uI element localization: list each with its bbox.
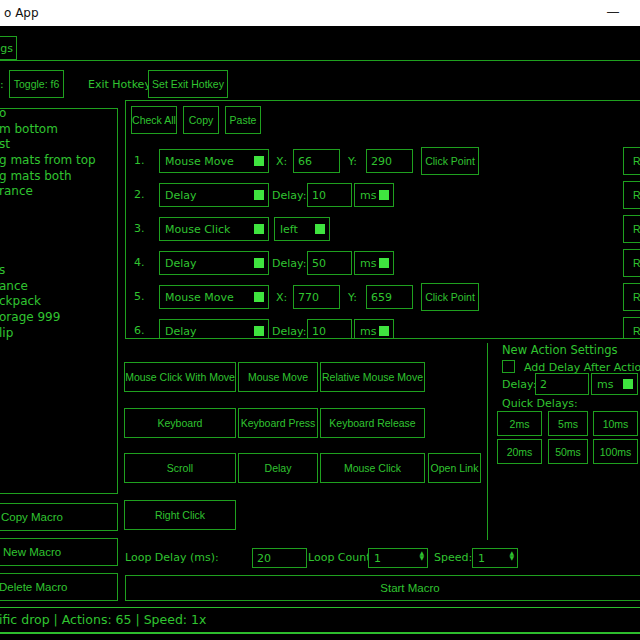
unit-dropdown[interactable]: ms (354, 251, 394, 275)
unit-dropdown[interactable]: ms (354, 319, 394, 339)
action-type-value: Mouse Click (165, 223, 230, 236)
macro-list-item[interactable]: g mats both (0, 169, 117, 185)
toggle-hotkey-button[interactable]: Toggle: f6 (9, 70, 64, 98)
toggle-hotkey-label: : (0, 78, 4, 91)
spin-down-icon[interactable]: ▼ (509, 555, 514, 560)
delay-input[interactable] (307, 251, 352, 275)
unit-dropdown[interactable]: ms (354, 183, 394, 207)
action-type-value: Mouse Move (165, 155, 234, 168)
remove-button[interactable]: R (623, 147, 640, 175)
quick-delay-5ms-button[interactable]: 5ms (548, 411, 588, 436)
action-type-dropdown[interactable]: Mouse Click (159, 217, 269, 241)
action-type-dropdown[interactable]: Mouse Move (159, 285, 269, 309)
remove-button[interactable]: R (623, 317, 640, 339)
unit-value: ms (360, 257, 376, 270)
add-delay-checkbox[interactable] (502, 360, 515, 373)
macro-list-item[interactable] (0, 216, 117, 232)
remove-button[interactable]: R (623, 283, 640, 311)
add-right-click-button[interactable]: Right Click (124, 500, 236, 530)
new-delay-input[interactable] (535, 373, 589, 395)
add-mouse-move-button[interactable]: Mouse Move (238, 362, 318, 392)
macro-list-item[interactable]: lip (0, 326, 117, 342)
copy-button[interactable]: Copy (183, 106, 219, 134)
add-keyboard-release-button[interactable]: Keyboard Release (320, 408, 425, 438)
quick-delay-100ms-button[interactable]: 100ms (593, 439, 638, 464)
delay-input[interactable] (307, 183, 352, 207)
new-action-settings-title: New Action Settings (502, 343, 618, 357)
add-open-link-button[interactable]: Open Link (428, 453, 481, 483)
window-titlebar: o App — (0, 0, 640, 26)
macro-list-item[interactable]: m bottom (0, 122, 117, 138)
action-row: 4. Delay Delay: ms R (126, 249, 640, 277)
macro-list-item[interactable]: orage 999 (0, 310, 117, 326)
action-type-dropdown[interactable]: Mouse Move (159, 149, 269, 173)
macro-listbox[interactable]: o m bottom st g mats from top g mats bot… (0, 108, 118, 494)
tab-settings[interactable]: gs (0, 36, 17, 60)
action-type-dropdown[interactable]: Delay (159, 319, 269, 339)
y-input[interactable] (366, 285, 413, 309)
action-number: 4. (134, 256, 145, 269)
macro-list-item[interactable] (0, 247, 117, 263)
action-row: 2. Delay Delay: ms R (126, 181, 640, 209)
click-point-button[interactable]: Click Point (421, 283, 479, 311)
click-point-button[interactable]: Click Point (421, 147, 479, 175)
macro-list-item[interactable]: ckpack (0, 294, 117, 310)
new-macro-button[interactable]: New Macro (0, 538, 118, 566)
quick-delay-10ms-button[interactable]: 10ms (593, 411, 638, 436)
action-number: 1. (134, 154, 145, 167)
paste-button[interactable]: Paste (225, 106, 261, 134)
add-keyboard-press-button[interactable]: Keyboard Press (238, 408, 318, 438)
loop-count-spinner[interactable]: 1 ▲▼ (368, 548, 428, 568)
minimize-button[interactable]: — (598, 0, 628, 24)
quick-delay-20ms-button[interactable]: 20ms (497, 439, 542, 464)
x-label: X: (276, 155, 287, 168)
check-all-button[interactable]: Check All (131, 106, 177, 134)
quick-delay-50ms-button[interactable]: 50ms (548, 439, 588, 464)
add-mouse-click-with-move-button[interactable]: Mouse Click With Move (124, 362, 236, 392)
speed-spinner[interactable]: 1 ▲▼ (472, 548, 518, 568)
delay-input[interactable] (307, 319, 352, 339)
macro-list-item[interactable]: s (0, 263, 117, 279)
remove-button[interactable]: R (623, 249, 640, 277)
set-exit-hotkey-button[interactable]: Set Exit Hotkey (148, 70, 228, 98)
x-input[interactable] (293, 285, 340, 309)
mouse-button-dropdown[interactable]: left (274, 217, 330, 241)
macro-list-item[interactable]: ance (0, 279, 117, 295)
macro-list-item[interactable]: o (0, 108, 117, 122)
speed-value: 1 (478, 552, 485, 565)
loop-count-label: Loop Count: (308, 551, 374, 564)
add-mouse-click-button[interactable]: Mouse Click (320, 453, 425, 483)
action-type-dropdown[interactable]: Delay (159, 183, 269, 207)
macro-list-item[interactable]: rance (0, 184, 117, 200)
macro-list-item[interactable]: g mats from top (0, 153, 117, 169)
loop-delay-input[interactable] (252, 548, 307, 568)
add-delay-button[interactable]: Delay (238, 453, 318, 483)
remove-button[interactable]: R (623, 215, 640, 243)
new-delay-label: Delay: (502, 378, 536, 391)
action-type-value: Delay (165, 325, 197, 338)
copy-macro-button[interactable]: Copy Macro (0, 503, 118, 531)
macro-list-item[interactable] (0, 200, 117, 216)
quick-delay-2ms-button[interactable]: 2ms (497, 411, 542, 436)
macro-list-item[interactable] (0, 232, 117, 248)
add-keyboard-button[interactable]: Keyboard (124, 408, 236, 438)
action-number: 5. (134, 290, 145, 303)
start-macro-button[interactable]: Start Macro (125, 575, 640, 601)
delete-macro-button[interactable]: Delete Macro (0, 573, 118, 601)
x-input[interactable] (293, 149, 340, 173)
add-relative-mouse-move-button[interactable]: Relative Mouse Move (320, 362, 425, 392)
remove-button[interactable]: R (623, 181, 640, 209)
y-input[interactable] (366, 149, 413, 173)
action-type-dropdown[interactable]: Delay (159, 251, 269, 275)
macro-list-item[interactable]: st (0, 137, 117, 153)
y-label: Y: (348, 155, 357, 168)
action-row: 6. Delay Delay: ms R (126, 317, 640, 339)
quick-delays-label: Quick Delays: (502, 397, 578, 410)
action-row: 1. Mouse Move X: Y: Click Point R (126, 147, 640, 175)
add-scroll-button[interactable]: Scroll (124, 453, 236, 483)
spin-down-icon[interactable]: ▼ (419, 555, 424, 560)
dropdown-indicator-icon (254, 156, 264, 166)
loop-count-value: 1 (374, 552, 381, 565)
dropdown-indicator-icon (379, 326, 389, 336)
new-delay-unit-dropdown[interactable]: ms (591, 373, 638, 395)
